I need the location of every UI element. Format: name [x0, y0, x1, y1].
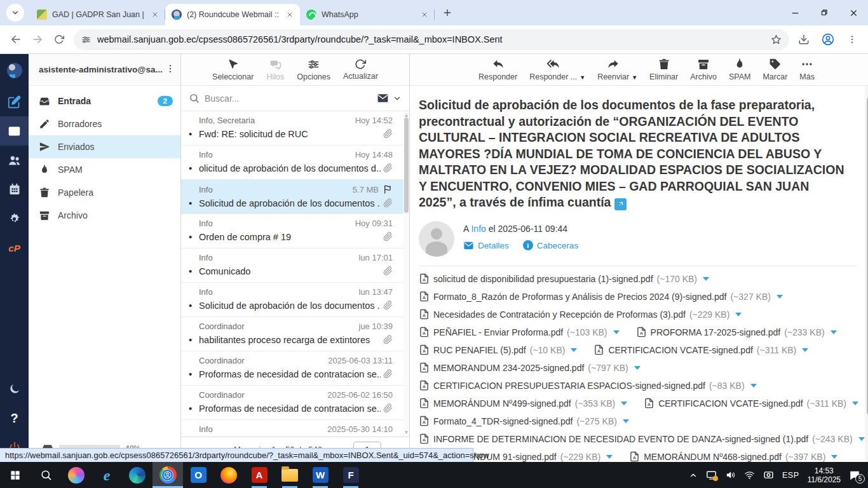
- sidebar-item-papelera[interactable]: Papelera: [29, 181, 180, 204]
- spam-button[interactable]: SPAM: [729, 58, 751, 81]
- close-icon[interactable]: [421, 11, 428, 18]
- message-row[interactable]: Coordinador2025-06-02 16:50•Proformas de…: [181, 386, 409, 420]
- message-row[interactable]: Infolun 13:47•Solicitud de aprobación de…: [181, 283, 409, 317]
- attachment-link[interactable]: Formato_8_Razón de Proformas y Análisis …: [419, 291, 783, 302]
- attachment-menu-icon[interactable]: [634, 366, 641, 370]
- window-minimize-button[interactable]: [780, 0, 810, 25]
- attachment-link[interactable]: Formato_4_TDR-signed-signed.pdf(~275 KB): [419, 416, 629, 426]
- wifi-icon[interactable]: [744, 470, 755, 480]
- attachment-menu-icon[interactable]: [613, 330, 620, 334]
- attachment-link[interactable]: MEMORANDUM 234-2025-signed.pdf(~797 KB): [419, 362, 641, 373]
- taskbar-fes-app[interactable]: F: [336, 462, 366, 488]
- attachment-link[interactable]: PROFORMA 17-2025-signed.pdf(~233 KB): [636, 327, 837, 337]
- sidebar-item-borradores[interactable]: Borradores: [29, 112, 180, 135]
- url-input[interactable]: [97, 34, 764, 44]
- attachment-link[interactable]: CERTIFICACION VCATE-signed.pdf(~311 KB): [644, 398, 858, 409]
- mail-nav-button[interactable]: [0, 116, 29, 146]
- tray-expand-button[interactable]: [689, 471, 698, 480]
- taskbar-firefox[interactable]: [214, 462, 244, 488]
- close-icon[interactable]: [151, 11, 159, 18]
- message-row[interactable]: InfoHoy 14:48•olicitud de aprobación de …: [181, 146, 409, 180]
- window-restore-button[interactable]: [810, 0, 839, 25]
- volume-icon[interactable]: [725, 470, 736, 480]
- attachment-menu-icon[interactable]: [750, 384, 757, 388]
- attachment-link[interactable]: solicitud de disponibilidad presupuestar…: [419, 273, 709, 284]
- taskbar-chrome[interactable]: [153, 462, 183, 488]
- details-link[interactable]: Detalles: [463, 240, 509, 251]
- attachment-menu-icon[interactable]: [703, 277, 709, 281]
- attachment-menu-icon[interactable]: [802, 348, 808, 352]
- tab-roundcube[interactable]: (2) Roundcube Webmail :: Envia: [165, 4, 300, 25]
- tab-search-button[interactable]: [6, 4, 24, 22]
- attachment-link[interactable]: MEMORÁNDUM Nº468-signed.pdf(~397 KB): [629, 451, 837, 462]
- mark-button[interactable]: Marcar: [763, 58, 787, 81]
- attachment-menu-icon[interactable]: [831, 330, 837, 334]
- taskbar-taskbar-search[interactable]: [31, 462, 61, 488]
- language-indicator[interactable]: ESP: [782, 471, 799, 480]
- attachment-link[interactable]: MEMORÁNDUM Nº499-signed.pdf(~353 KB): [419, 398, 627, 409]
- search-input[interactable]: [205, 93, 372, 104]
- bookmark-star-icon[interactable]: [771, 34, 782, 45]
- attachment-link[interactable]: RUC PENAFIEL (5).pdf(~10 KB): [419, 344, 577, 355]
- taskbar-internet-explorer[interactable]: e: [92, 462, 122, 488]
- taskbar-start[interactable]: [0, 462, 31, 488]
- headers-link[interactable]: iCabeceras: [523, 240, 578, 250]
- attachment-menu-icon[interactable]: [571, 348, 577, 352]
- search-scope-button[interactable]: [377, 92, 402, 104]
- attachment-menu-icon[interactable]: [852, 402, 858, 405]
- attachment-link[interactable]: INFORME DE DETERMINACION DE NECESIDAD EV…: [419, 433, 865, 444]
- close-icon[interactable]: [286, 11, 294, 18]
- downloads-button[interactable]: [793, 29, 815, 50]
- tab-gad[interactable]: GAD | GADPR San Juan |: [31, 4, 165, 25]
- browser-menu-button[interactable]: [841, 29, 863, 50]
- meet-now-icon[interactable]: [763, 470, 774, 480]
- forward-button[interactable]: [27, 29, 48, 50]
- teamviewer-tray-icon[interactable]: [706, 470, 717, 480]
- attachment-menu-icon[interactable]: [623, 419, 629, 423]
- attachment-menu-icon[interactable]: [831, 455, 837, 459]
- forward-button[interactable]: Reenviar: [597, 58, 629, 81]
- taskbar-copilot[interactable]: [61, 462, 92, 488]
- taskbar-explorer[interactable]: [275, 462, 305, 488]
- list-scrollbar[interactable]: ▲▼: [403, 111, 409, 437]
- attachment-link[interactable]: CERTIFICACION PRESUPUESTARIA ESPACIOS-si…: [419, 380, 757, 391]
- taskbar-acrobat[interactable]: A: [244, 462, 275, 488]
- external-link-icon[interactable]: [614, 198, 627, 210]
- settings-nav-button[interactable]: [0, 204, 29, 233]
- site-info-icon[interactable]: [81, 35, 91, 44]
- options-button[interactable]: Opciones: [297, 58, 330, 81]
- address-bar[interactable]: [74, 29, 789, 50]
- reply-all-button[interactable]: Responder ...: [529, 58, 577, 81]
- contacts-nav-button[interactable]: [0, 146, 29, 175]
- taskbar-edge[interactable]: [122, 462, 153, 488]
- taskbar-word[interactable]: W: [305, 462, 336, 488]
- dropdown-caret-icon[interactable]: ▼: [580, 74, 585, 81]
- profile-button[interactable]: [817, 29, 839, 50]
- select-button[interactable]: Seleccionar: [212, 58, 254, 81]
- sidebar-item-enviados[interactable]: Enviados: [29, 135, 180, 158]
- cpanel-button[interactable]: cP: [0, 233, 29, 262]
- new-tab-button[interactable]: [438, 4, 456, 22]
- notification-center-button[interactable]: 5: [849, 470, 860, 481]
- dropdown-caret-icon[interactable]: ▼: [632, 74, 637, 81]
- delete-button[interactable]: Eliminar: [649, 58, 678, 81]
- sidebar-item-archivo[interactable]: Archivo: [29, 204, 180, 227]
- taskbar-outlook[interactable]: O: [183, 462, 214, 488]
- attachment-menu-icon[interactable]: [621, 402, 627, 405]
- tab-whatsapp[interactable]: WhatsApp: [300, 4, 435, 25]
- help-button[interactable]: ?: [0, 403, 29, 433]
- attachment-menu-icon[interactable]: [606, 455, 613, 459]
- message-row[interactable]: Coordinadorjue 10:39•habilitantes proces…: [181, 317, 409, 351]
- refresh-button[interactable]: Actualizar: [343, 58, 378, 81]
- message-row[interactable]: InfoHoy 09:31•Orden de compra # 19: [181, 214, 409, 248]
- clock[interactable]: 14:53 11/6/2025: [808, 466, 841, 484]
- reload-button[interactable]: [48, 29, 70, 50]
- message-row[interactable]: Info2025-05-30 14:10: [181, 420, 409, 437]
- sidebar-item-spam[interactable]: SPAM: [29, 158, 180, 181]
- message-row[interactable]: Info5.7 MB•Solicitud de aprobación de lo…: [181, 180, 409, 214]
- message-row[interactable]: Coordinador2025-06-03 13:11•Proformas de…: [181, 351, 409, 386]
- attachment-link[interactable]: Necesidades de Contratación y Recepción …: [419, 309, 742, 320]
- window-close-button[interactable]: [839, 0, 868, 25]
- attachment-menu-icon[interactable]: [735, 313, 742, 316]
- sidebar-item-entrada[interactable]: Entrada2: [29, 90, 180, 112]
